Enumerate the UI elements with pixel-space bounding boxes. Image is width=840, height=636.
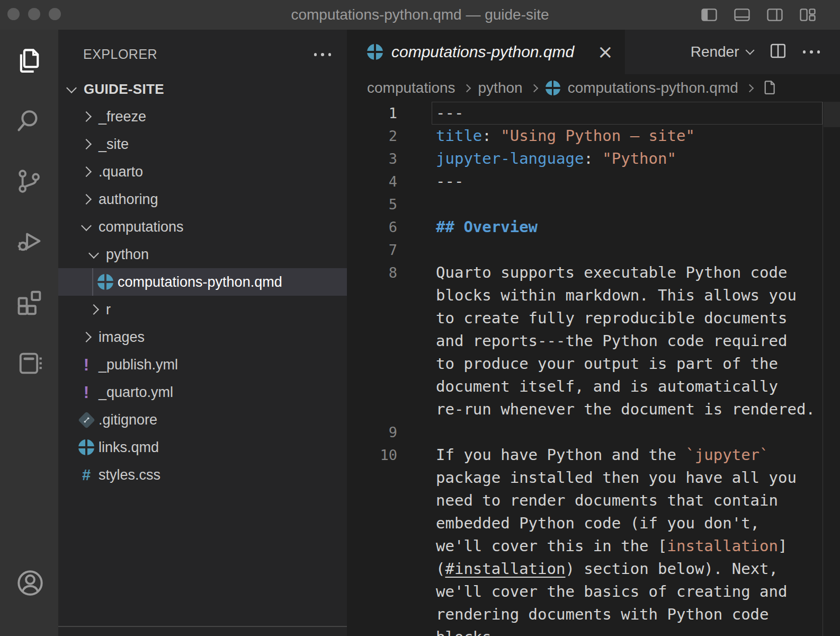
editor-actions: Render [691, 30, 840, 74]
tree-item-label: authoring [99, 191, 158, 208]
code-line: (#installation) section below). Next, [347, 558, 840, 580]
tree-item-python[interactable]: python [58, 241, 347, 268]
source-control-icon[interactable] [15, 167, 43, 195]
tree-item-label: _site [99, 136, 129, 153]
chevron-right-icon [81, 139, 92, 149]
line-number: 10 [347, 444, 397, 466]
extensions-icon[interactable] [15, 288, 43, 315]
line-number: 4 [347, 170, 397, 193]
chevron-right-icon [88, 304, 99, 315]
tree-item-guide-site[interactable]: GUIDE-SITE [58, 75, 347, 103]
chevron-down-icon [81, 220, 92, 231]
code-line: embedded Python code (if you don't, [347, 512, 840, 535]
file-outline-icon [761, 80, 778, 96]
tree-item-label: images [99, 329, 145, 346]
chevron-down-icon [745, 46, 754, 55]
search-icon[interactable] [15, 107, 43, 135]
chevron-down-icon [88, 248, 99, 259]
line-number: 1 [347, 102, 397, 125]
tree-item-authoring[interactable]: authoring [58, 186, 347, 213]
breadcrumb-item-python[interactable]: python [478, 80, 523, 96]
file-tree: GUIDE-SITE_freeze_site.quartoauthoringco… [58, 75, 347, 489]
breadcrumb-separator-icon [746, 84, 754, 92]
code-line: re-run whenever the document is rendered… [347, 398, 840, 421]
notebook-icon[interactable] [15, 349, 43, 377]
line-number: 8 [347, 261, 397, 284]
tab-computations-python[interactable]: computations-python.qmd × [347, 30, 625, 74]
split-editor-icon[interactable] [769, 42, 787, 62]
toggle-primary-sidebar-icon[interactable] [700, 6, 718, 24]
code-line: we'll cover this in the [installation] [347, 535, 840, 558]
yaml-file-icon: ! [84, 357, 89, 373]
tree-item-quarto-yml[interactable]: !_quarto.yml [58, 378, 347, 406]
line-number: 3 [347, 147, 397, 170]
code-line: to produce your output is part of the [347, 352, 840, 375]
tree-item-label: links.qmd [99, 439, 159, 456]
outline-label: OUTLINE [82, 633, 141, 636]
breadcrumb-separator-icon [462, 84, 471, 92]
line-number: 9 [347, 421, 397, 444]
tree-item-r[interactable]: r [58, 296, 347, 323]
tree-item-site[interactable]: _site [58, 130, 347, 158]
sidebar-header: EXPLORER [58, 30, 347, 75]
code-line: need to render documents that contain [347, 489, 840, 512]
code-line: blocks. [347, 626, 840, 636]
tree-item-publish-yml[interactable]: !_publish.yml [58, 351, 347, 378]
breadcrumb-item-computations[interactable]: computations [367, 80, 455, 96]
tree-item-label: computations [99, 219, 184, 235]
tree-item-links-qmd[interactable]: links.qmd [58, 434, 347, 461]
customize-layout-icon[interactable] [799, 6, 817, 24]
code-line: 4--- [347, 170, 840, 193]
toggle-panel-icon[interactable] [733, 6, 751, 24]
tree-item-styles-css[interactable]: #styles.css [58, 461, 347, 489]
code-editor[interactable]: 1---2title: "Using Python — site"3jupyte… [347, 102, 840, 636]
editor-group: computations-python.qmd × Render computa… [347, 30, 840, 636]
tab-bar: computations-python.qmd × Render [347, 30, 840, 74]
code-line: 6## Overview [347, 216, 840, 238]
tree-item-quarto[interactable]: .quarto [58, 158, 347, 186]
code-line: blocks within markdown. This allows you [347, 284, 840, 307]
code-line: 3jupyter-language: "Python" [347, 147, 840, 170]
scrollbar-divider [823, 102, 823, 636]
tree-item-computations-python-qmd[interactable]: computations-python.qmd [58, 268, 347, 296]
tree-item-label: _quarto.yml [99, 384, 173, 401]
tree-item-label: _publish.yml [99, 357, 178, 373]
vscode-window: { "window": { "title": "computations-pyt… [0, 0, 840, 636]
code-line: and reports---the Python code required [347, 330, 840, 352]
tree-item-label: computations-python.qmd [118, 274, 282, 290]
code-line: document itself, and is automatically [347, 375, 840, 398]
breadcrumb-separator-icon [530, 84, 538, 92]
run-debug-icon[interactable] [15, 227, 43, 255]
quarto-file-icon [546, 81, 560, 95]
line-number: 7 [347, 238, 397, 261]
render-button[interactable]: Render [691, 43, 753, 60]
more-actions-icon[interactable] [803, 50, 820, 54]
tree-item-label: _freeze [99, 109, 146, 125]
explorer-more-actions-icon[interactable] [314, 53, 332, 56]
breadcrumb-item-computations-python-qmd[interactable]: computations-python.qmd [568, 80, 738, 96]
code-line: 8Quarto supports executable Python code [347, 261, 840, 284]
tab-close-icon[interactable]: × [597, 42, 613, 61]
chevron-right-icon [81, 111, 92, 122]
activity-bar [0, 30, 58, 636]
css-file-icon: # [82, 467, 91, 483]
chevron-right-icon [81, 194, 92, 205]
toggle-secondary-sidebar-icon[interactable] [766, 6, 784, 24]
tree-item-label: r [106, 302, 111, 318]
code-line: 9 [347, 421, 840, 444]
code-line: 1--- [347, 102, 840, 125]
render-label: Render [691, 43, 739, 60]
tree-item-gitignore[interactable]: .gitignore [58, 406, 347, 434]
tree-item-computations[interactable]: computations [58, 213, 347, 241]
code-line: 2title: "Using Python — site" [347, 125, 840, 147]
quarto-file-icon [97, 274, 113, 290]
tree-item-freeze[interactable]: _freeze [58, 103, 347, 130]
outline-section-header[interactable]: OUTLINE [58, 626, 347, 636]
line-number: 5 [347, 193, 397, 216]
scrollbar-slider[interactable] [824, 102, 840, 127]
tree-item-label: styles.css [99, 467, 160, 483]
tree-item-images[interactable]: images [58, 323, 347, 351]
account-icon[interactable] [15, 568, 43, 596]
yaml-file-icon: ! [84, 384, 89, 401]
explorer-icon[interactable] [15, 47, 43, 75]
